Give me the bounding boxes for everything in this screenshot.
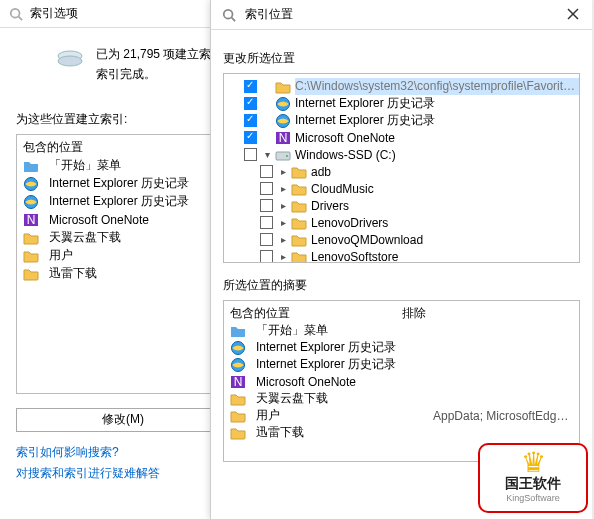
titlebar[interactable]: 索引位置 — [211, 0, 592, 30]
tree-label: CloudMusic — [311, 182, 374, 196]
summary-row[interactable]: 「开始」菜单 — [230, 322, 573, 339]
summary-row[interactable]: Internet Explorer 历史记录 — [230, 339, 573, 356]
tree-row[interactable]: ▸CloudMusic — [224, 180, 579, 197]
tree-row[interactable]: Internet Explorer 历史记录 — [224, 95, 579, 112]
col-included: 包含的位置 — [230, 305, 402, 322]
tree-label: LenovoQMDownload — [311, 233, 423, 247]
tree-row[interactable]: ▾Windows-SSD (C:) — [224, 146, 579, 163]
modify-button[interactable]: 修改(M) — [16, 408, 230, 432]
checkbox[interactable] — [260, 233, 273, 246]
indexing-complete-text: 索引完成。 — [96, 64, 223, 84]
folder-icon — [230, 425, 246, 441]
summary-row[interactable]: Internet Explorer 历史记录 — [230, 356, 573, 373]
checkbox[interactable] — [244, 148, 257, 161]
folder-icon — [291, 198, 307, 214]
location-label: Microsoft OneNote — [49, 213, 149, 227]
tree-row[interactable]: ▸adb — [224, 163, 579, 180]
onenote-icon: N — [230, 374, 246, 390]
twisty-icon[interactable] — [261, 115, 273, 127]
summary-label: 天翼云盘下载 — [256, 390, 328, 407]
tree-row[interactable]: ▸LenovoSoftstore — [224, 248, 579, 263]
checkbox[interactable] — [260, 182, 273, 195]
summary-box: 包含的位置 排除 「开始」菜单Internet Explorer 历史记录Int… — [223, 300, 580, 462]
checkbox[interactable] — [260, 199, 273, 212]
drive-icon — [56, 48, 84, 70]
ie-icon — [23, 176, 39, 192]
tree-row[interactable]: C:\Windows\system32\config\systemprofile… — [224, 78, 579, 95]
summary-label: Internet Explorer 历史记录 — [256, 339, 396, 356]
twisty-icon[interactable]: ▸ — [277, 166, 289, 178]
folder-icon — [23, 248, 39, 264]
twisty-icon[interactable]: ▸ — [277, 251, 289, 263]
ie-icon — [275, 113, 291, 129]
change-locations-label: 更改所选位置 — [223, 50, 580, 67]
checkbox[interactable] — [244, 131, 257, 144]
tree-row[interactable]: ▸Drivers — [224, 197, 579, 214]
folder-blue-icon — [230, 323, 246, 339]
twisty-icon[interactable]: ▸ — [277, 200, 289, 212]
tree-label: LenovoSoftstore — [311, 250, 398, 264]
twisty-icon[interactable]: ▸ — [277, 183, 289, 195]
ie-icon — [275, 96, 291, 112]
col-excluded: 排除 — [402, 305, 574, 322]
search-icon — [8, 6, 24, 22]
folder-icon — [23, 230, 39, 246]
folder-icon — [23, 266, 39, 282]
twisty-icon[interactable] — [261, 132, 273, 144]
drive-icon — [275, 147, 291, 163]
tree-row[interactable]: NMicrosoft OneNote — [224, 129, 579, 146]
folder-blue-icon — [23, 158, 39, 174]
location-label: Internet Explorer 历史记录 — [49, 193, 189, 210]
summary-label: 迅雷下载 — [256, 424, 304, 441]
tree-row[interactable]: Internet Explorer 历史记录 — [224, 112, 579, 129]
summary-label: 用户 — [256, 407, 280, 424]
tree-label: Microsoft OneNote — [295, 131, 395, 145]
summary-label: Microsoft OneNote — [256, 375, 356, 389]
svg-text:N: N — [279, 131, 288, 145]
location-tree[interactable]: C:\Windows\system32\config\systemprofile… — [223, 73, 580, 263]
svg-text:N: N — [27, 213, 36, 227]
tree-row[interactable]: ▸LenovoQMDownload — [224, 231, 579, 248]
folder-icon — [291, 181, 307, 197]
tree-label: C:\Windows\system32\config\systemprofile… — [295, 78, 579, 95]
summary-row[interactable]: 迅雷下载 — [230, 424, 573, 441]
checkbox[interactable] — [260, 165, 273, 178]
summary-row[interactable]: 天翼云盘下载 — [230, 390, 573, 407]
summary-label: 所选位置的摘要 — [223, 277, 580, 294]
tree-row[interactable]: ▸LenovoDrivers — [224, 214, 579, 231]
twisty-icon[interactable]: ▸ — [277, 217, 289, 229]
summary-row[interactable]: 用户AppData; MicrosoftEdgeBackup — [230, 407, 573, 424]
svg-line-11 — [232, 17, 236, 21]
onenote-icon: N — [275, 130, 291, 146]
twisty-icon[interactable]: ▾ — [261, 149, 273, 161]
svg-text:N: N — [234, 375, 243, 389]
ie-icon — [230, 340, 246, 356]
twisty-icon[interactable] — [261, 98, 273, 110]
search-icon — [221, 7, 237, 23]
folder-icon — [275, 79, 291, 95]
folder-icon — [230, 391, 246, 407]
folder-icon — [291, 215, 307, 231]
checkbox[interactable] — [244, 97, 257, 110]
twisty-icon[interactable] — [261, 81, 273, 93]
checkbox[interactable] — [260, 250, 273, 263]
checkbox[interactable] — [244, 114, 257, 127]
checkbox[interactable] — [244, 80, 257, 93]
tree-label: adb — [311, 165, 331, 179]
close-button[interactable] — [566, 7, 582, 23]
svg-point-0 — [11, 8, 20, 17]
folder-icon — [291, 249, 307, 264]
location-label: 迅雷下载 — [49, 265, 97, 282]
ie-icon — [230, 357, 246, 373]
summary-row[interactable]: NMicrosoft OneNote — [230, 373, 573, 390]
location-label: Internet Explorer 历史记录 — [49, 175, 189, 192]
svg-line-1 — [19, 16, 23, 20]
twisty-icon[interactable]: ▸ — [277, 234, 289, 246]
summary-excluded: AppData; MicrosoftEdgeBackup — [433, 409, 573, 423]
summary-label: 「开始」菜单 — [256, 322, 328, 339]
checkbox[interactable] — [260, 216, 273, 229]
tree-label: LenovoDrivers — [311, 216, 388, 230]
folder-icon — [291, 232, 307, 248]
window-title: 索引位置 — [245, 6, 293, 23]
folder-icon — [230, 408, 246, 424]
